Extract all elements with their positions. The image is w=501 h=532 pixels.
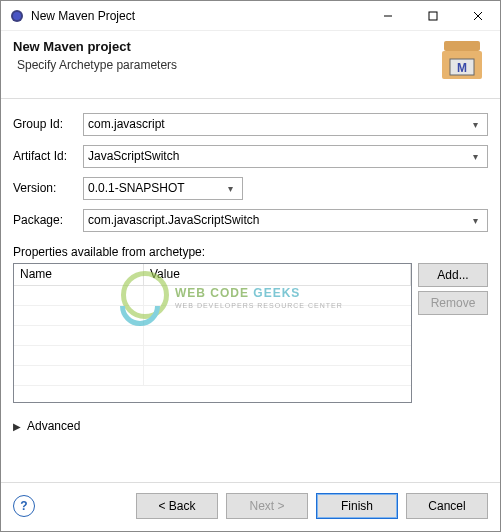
banner-heading: New Maven project bbox=[13, 39, 440, 54]
group-id-value: com.javascript bbox=[88, 117, 467, 131]
advanced-toggle[interactable]: ▶ Advanced bbox=[13, 419, 488, 433]
properties-buttons: Add... Remove bbox=[418, 263, 488, 403]
table-row bbox=[14, 326, 411, 346]
chevron-down-icon: ▾ bbox=[467, 151, 483, 162]
version-row: Version: 0.0.1-SNAPSHOT ▾ bbox=[13, 173, 488, 203]
artifact-id-combo[interactable]: JavaScriptSwitch ▾ bbox=[83, 145, 488, 168]
add-button[interactable]: Add... bbox=[418, 263, 488, 287]
table-row bbox=[14, 306, 411, 326]
title-bar: New Maven Project bbox=[1, 1, 500, 31]
version-combo[interactable]: 0.0.1-SNAPSHOT ▾ bbox=[83, 177, 243, 200]
artifact-id-value: JavaScriptSwitch bbox=[88, 149, 467, 163]
chevron-down-icon: ▾ bbox=[467, 215, 483, 226]
artifact-id-row: Artifact Id: JavaScriptSwitch ▾ bbox=[13, 141, 488, 171]
properties-table[interactable]: Name Value bbox=[13, 263, 412, 403]
package-value: com.javascript.JavaScriptSwitch bbox=[88, 213, 467, 227]
table-row bbox=[14, 346, 411, 366]
maximize-button[interactable] bbox=[410, 1, 455, 31]
table-row bbox=[14, 366, 411, 386]
chevron-down-icon: ▾ bbox=[467, 119, 483, 130]
banner-subtext: Specify Archetype parameters bbox=[13, 58, 440, 72]
svg-rect-6 bbox=[444, 41, 480, 51]
dialog-banner: New Maven project Specify Archetype para… bbox=[1, 31, 500, 99]
group-id-label: Group Id: bbox=[13, 117, 83, 131]
svg-rect-3 bbox=[429, 12, 437, 20]
package-row: Package: com.javascript.JavaScriptSwitch… bbox=[13, 205, 488, 235]
properties-table-body bbox=[14, 286, 411, 402]
back-button[interactable]: < Back bbox=[136, 493, 218, 519]
window-title: New Maven Project bbox=[31, 9, 365, 23]
svg-point-1 bbox=[13, 12, 21, 20]
group-id-row: Group Id: com.javascript ▾ bbox=[13, 109, 488, 139]
svg-text:M: M bbox=[457, 61, 467, 75]
minimize-button[interactable] bbox=[365, 1, 410, 31]
properties-label: Properties available from archetype: bbox=[13, 245, 488, 259]
close-button[interactable] bbox=[455, 1, 500, 31]
column-value[interactable]: Value bbox=[144, 264, 411, 285]
package-combo[interactable]: com.javascript.JavaScriptSwitch ▾ bbox=[83, 209, 488, 232]
properties-table-header: Name Value bbox=[14, 264, 411, 286]
version-value: 0.0.1-SNAPSHOT bbox=[88, 181, 222, 195]
artifact-id-label: Artifact Id: bbox=[13, 149, 83, 163]
chevron-down-icon: ▾ bbox=[222, 183, 238, 194]
column-name[interactable]: Name bbox=[14, 264, 144, 285]
table-row bbox=[14, 286, 411, 306]
triangle-right-icon: ▶ bbox=[13, 421, 21, 432]
help-button[interactable]: ? bbox=[13, 495, 35, 517]
version-label: Version: bbox=[13, 181, 83, 195]
remove-button: Remove bbox=[418, 291, 488, 315]
cancel-button[interactable]: Cancel bbox=[406, 493, 488, 519]
finish-button[interactable]: Finish bbox=[316, 493, 398, 519]
eclipse-logo-icon bbox=[9, 8, 25, 24]
advanced-label: Advanced bbox=[27, 419, 80, 433]
properties-area: Name Value Add... Remove bbox=[13, 263, 488, 403]
dialog-footer: ? < Back Next > Finish Cancel bbox=[1, 482, 500, 531]
group-id-combo[interactable]: com.javascript ▾ bbox=[83, 113, 488, 136]
next-button: Next > bbox=[226, 493, 308, 519]
package-label: Package: bbox=[13, 213, 83, 227]
maven-wizard-icon: M bbox=[440, 41, 484, 81]
form-area: Group Id: com.javascript ▾ Artifact Id: … bbox=[1, 99, 500, 482]
